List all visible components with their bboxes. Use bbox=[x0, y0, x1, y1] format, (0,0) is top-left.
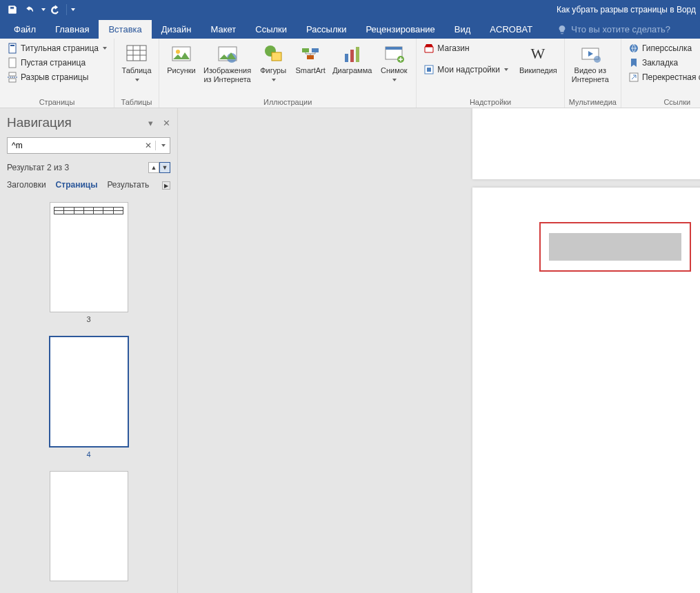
svg-rect-5 bbox=[127, 46, 146, 61]
prev-result-button[interactable]: ▲ bbox=[148, 162, 159, 173]
undo-icon bbox=[26, 5, 35, 14]
navigation-title: Навигация bbox=[7, 115, 72, 130]
tab-home[interactable]: Главная bbox=[46, 20, 99, 39]
table-label: Таблица bbox=[121, 66, 151, 74]
navigation-search[interactable]: ✕ bbox=[7, 137, 170, 154]
svg-rect-15 bbox=[345, 54, 348, 62]
my-addins-label: Мои надстройки bbox=[437, 65, 500, 74]
online-pictures-icon bbox=[217, 43, 239, 65]
tab-acrobat[interactable]: ACROBAT bbox=[480, 20, 542, 39]
nav-tab-pages[interactable]: Страницы bbox=[56, 180, 98, 191]
thumbnail-label-4: 4 bbox=[86, 450, 90, 459]
table-icon bbox=[126, 43, 148, 65]
svg-rect-3 bbox=[9, 72, 16, 76]
document-page-prev[interactable] bbox=[472, 108, 700, 179]
online-video-button[interactable]: Видео изИнтернета bbox=[569, 41, 612, 86]
tell-me-label: Что вы хотите сделать? bbox=[571, 24, 670, 34]
chevron-down-icon bbox=[103, 47, 107, 50]
tab-review[interactable]: Рецензирование bbox=[356, 20, 444, 39]
thumbnail-page-3[interactable] bbox=[50, 202, 128, 312]
search-clear-button[interactable]: ✕ bbox=[141, 139, 155, 152]
nav-tab-results[interactable]: Результать bbox=[107, 180, 149, 191]
svg-text:W: W bbox=[531, 45, 546, 62]
search-match-highlight bbox=[539, 222, 691, 272]
shapes-button[interactable]: Фигуры bbox=[255, 41, 291, 86]
save-button[interactable] bbox=[4, 2, 21, 17]
undo-dropdown-icon[interactable] bbox=[41, 8, 46, 11]
tab-references[interactable]: Ссылки bbox=[246, 20, 297, 39]
tell-me-box[interactable]: Что вы хотите сделать? bbox=[548, 20, 680, 39]
next-result-button[interactable]: ▼ bbox=[159, 162, 170, 173]
store-label: Магазин bbox=[437, 43, 469, 53]
tab-insert[interactable]: Вставка bbox=[99, 20, 151, 39]
tab-mailings[interactable]: Рассылки bbox=[297, 20, 356, 39]
title-page-label: Титульная страница bbox=[21, 43, 99, 53]
search-input[interactable] bbox=[8, 141, 141, 150]
nav-options-button[interactable]: ▾ bbox=[148, 118, 153, 128]
pictures-icon bbox=[170, 43, 192, 65]
blank-page-button[interactable]: Пустая страница bbox=[4, 56, 110, 70]
nav-tab-headings[interactable]: Заголовки bbox=[7, 180, 46, 191]
tab-design[interactable]: Дизайн bbox=[152, 20, 201, 39]
table-button[interactable]: Таблица bbox=[119, 41, 154, 86]
bookmark-button[interactable]: Закладка bbox=[626, 56, 700, 70]
blank-page-icon bbox=[7, 57, 18, 68]
wikipedia-button[interactable]: W Википедия bbox=[517, 41, 560, 77]
thumbnail-table-preview bbox=[54, 207, 123, 214]
online-pictures-button[interactable]: Изображенияиз Интернета bbox=[201, 41, 254, 86]
screenshot-button[interactable]: Снимок bbox=[376, 41, 412, 86]
wikipedia-icon: W bbox=[527, 43, 549, 65]
pictures-button[interactable]: Рисунки bbox=[163, 41, 199, 77]
search-dropdown-button[interactable] bbox=[156, 139, 170, 152]
addins-icon bbox=[423, 64, 434, 75]
svg-rect-12 bbox=[302, 48, 309, 52]
document-page-current[interactable] bbox=[472, 188, 700, 593]
redo-button[interactable] bbox=[47, 2, 63, 17]
undo-button[interactable] bbox=[22, 2, 39, 17]
cross-ref-label: Перекрестная ссылка bbox=[642, 72, 700, 82]
hyperlink-button[interactable]: Гиперссылка bbox=[626, 41, 700, 55]
store-button[interactable]: Магазин bbox=[421, 41, 511, 55]
bookmark-icon bbox=[628, 57, 639, 68]
chevron-down-icon bbox=[392, 79, 397, 81]
page-break-button[interactable]: Разрыв страницы bbox=[4, 70, 110, 84]
tab-file[interactable]: Файл bbox=[4, 20, 46, 39]
thumbnail-label-3: 3 bbox=[86, 315, 90, 323]
qat-customize-icon[interactable] bbox=[71, 8, 75, 11]
title-page-button[interactable]: Титульная страница bbox=[4, 41, 110, 55]
thumbnail-page-5[interactable] bbox=[50, 471, 128, 581]
cross-ref-icon bbox=[628, 72, 639, 83]
nav-tabs-more[interactable]: ▶ bbox=[162, 181, 170, 190]
screenshot-label: Снимок bbox=[381, 66, 408, 74]
thumbnail-page-4[interactable] bbox=[49, 336, 129, 448]
redo-icon bbox=[50, 5, 60, 14]
document-area[interactable] bbox=[178, 108, 700, 593]
shapes-label: Фигуры bbox=[260, 66, 286, 74]
chart-button[interactable]: Диаграмма bbox=[330, 41, 374, 77]
store-icon bbox=[423, 43, 434, 54]
svg-rect-14 bbox=[307, 55, 314, 59]
tab-view[interactable]: Вид bbox=[445, 20, 481, 39]
save-icon bbox=[8, 5, 17, 14]
my-addins-button[interactable]: Мои надстройки bbox=[421, 63, 511, 77]
hyperlink-icon bbox=[628, 43, 639, 54]
ribbon: Титульная страница Пустая страница Разры… bbox=[0, 39, 700, 108]
tab-layout[interactable]: Макет bbox=[201, 20, 246, 39]
group-tables-label: Таблицы bbox=[119, 97, 154, 108]
workspace: Навигация ▾ ✕ ✕ Результат 2 из 3 ▲ ▼ Заг… bbox=[0, 108, 700, 593]
qat-separator bbox=[66, 4, 67, 15]
nav-close-button[interactable]: ✕ bbox=[163, 118, 170, 128]
group-tables: Таблица Таблицы bbox=[114, 39, 159, 108]
smartart-label: SmartArt bbox=[295, 66, 325, 75]
svg-rect-1 bbox=[10, 45, 14, 46]
smartart-button[interactable]: SmartArt bbox=[292, 41, 328, 77]
title-page-icon bbox=[7, 43, 18, 54]
smartart-icon bbox=[299, 43, 321, 65]
group-illustrations-label: Иллюстрации bbox=[163, 97, 412, 108]
cross-reference-button[interactable]: Перекрестная ссылка bbox=[626, 70, 700, 84]
group-media-label: Мультимедиа bbox=[569, 97, 617, 108]
svg-rect-19 bbox=[386, 47, 402, 50]
group-links-label: Ссылки bbox=[626, 97, 700, 108]
video-icon bbox=[579, 43, 601, 65]
page-break-label: Разрыв страницы bbox=[21, 72, 88, 82]
